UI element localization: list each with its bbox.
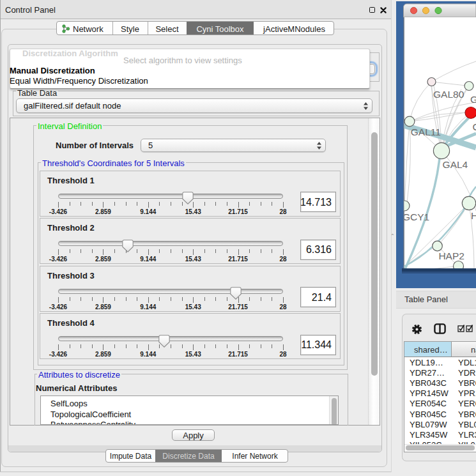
- svg-text:GA: GA: [470, 94, 476, 105]
- svg-text:GCY1: GCY1: [403, 211, 429, 222]
- svg-text:GAL11: GAL11: [411, 127, 441, 137]
- svg-text:GAL4: GAL4: [443, 159, 468, 170]
- svg-text:HA: HA: [471, 210, 476, 221]
- svg-text:C: C: [473, 121, 476, 132]
- svg-text:GAL80: GAL80: [433, 89, 464, 100]
- svg-text:HAP2: HAP2: [438, 250, 464, 261]
